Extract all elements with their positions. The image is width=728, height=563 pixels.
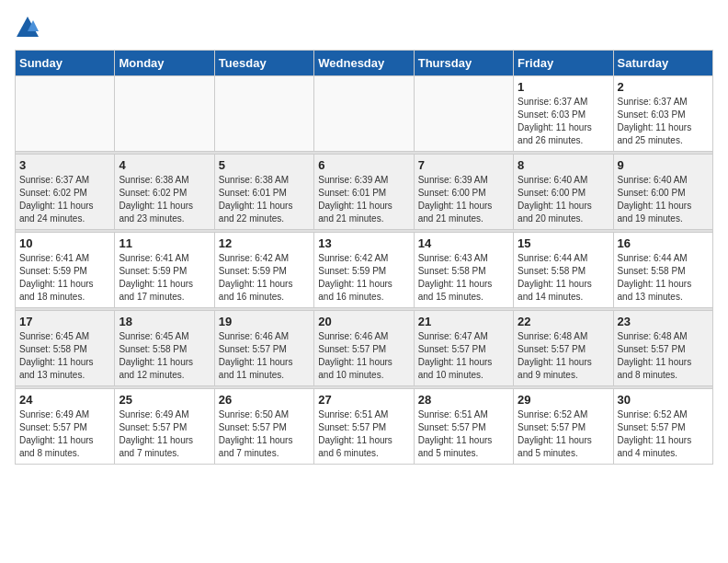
day-info: Sunrise: 6:37 AMSunset: 6:03 PMDaylight:… (618, 96, 709, 147)
day-number: 22 (518, 315, 609, 328)
day-number: 26 (219, 393, 310, 407)
day-number: 29 (518, 393, 609, 407)
weekday-header: Monday (115, 51, 214, 76)
calendar-day-cell: 10Sunrise: 6:41 AMSunset: 5:59 PMDayligh… (16, 233, 115, 308)
calendar-day-cell: 17Sunrise: 6:45 AMSunset: 5:58 PMDayligh… (16, 311, 115, 386)
calendar-week-row: 3Sunrise: 6:37 AMSunset: 6:02 PMDaylight… (16, 155, 713, 230)
calendar-day-cell: 21Sunrise: 6:47 AMSunset: 5:57 PMDayligh… (414, 311, 513, 386)
calendar-day-cell: 16Sunrise: 6:44 AMSunset: 5:58 PMDayligh… (613, 233, 712, 308)
day-number: 3 (19, 158, 110, 172)
day-number: 23 (618, 315, 709, 328)
day-info: Sunrise: 6:48 AMSunset: 5:57 PMDaylight:… (518, 330, 609, 382)
calendar-day-cell (214, 76, 313, 152)
calendar-day-cell: 14Sunrise: 6:43 AMSunset: 5:58 PMDayligh… (414, 233, 513, 308)
calendar-day-cell (414, 76, 513, 152)
day-number: 17 (19, 315, 110, 328)
day-info: Sunrise: 6:50 AMSunset: 5:57 PMDaylight:… (219, 408, 310, 460)
calendar-day-cell: 30Sunrise: 6:52 AMSunset: 5:57 PMDayligh… (613, 389, 712, 465)
calendar-day-cell: 7Sunrise: 6:39 AMSunset: 6:00 PMDaylight… (414, 155, 513, 230)
day-info: Sunrise: 6:39 AMSunset: 6:00 PMDaylight:… (418, 174, 509, 225)
calendar-day-cell: 22Sunrise: 6:48 AMSunset: 5:57 PMDayligh… (514, 311, 613, 386)
day-info: Sunrise: 6:41 AMSunset: 5:59 PMDaylight:… (119, 252, 210, 304)
day-number: 2 (618, 80, 709, 94)
day-number: 21 (418, 315, 509, 328)
calendar-day-cell: 11Sunrise: 6:41 AMSunset: 5:59 PMDayligh… (115, 233, 214, 308)
day-info: Sunrise: 6:45 AMSunset: 5:58 PMDaylight:… (119, 330, 210, 382)
day-info: Sunrise: 6:52 AMSunset: 5:57 PMDaylight:… (618, 408, 709, 460)
calendar-day-cell: 26Sunrise: 6:50 AMSunset: 5:57 PMDayligh… (214, 389, 313, 465)
day-info: Sunrise: 6:44 AMSunset: 5:58 PMDaylight:… (618, 252, 709, 304)
day-number: 5 (219, 158, 310, 172)
calendar-day-cell: 1Sunrise: 6:37 AMSunset: 6:03 PMDaylight… (514, 76, 613, 152)
calendar-day-cell: 5Sunrise: 6:38 AMSunset: 6:01 PMDaylight… (214, 155, 313, 230)
calendar-day-cell: 24Sunrise: 6:49 AMSunset: 5:57 PMDayligh… (16, 389, 115, 465)
calendar-day-cell: 25Sunrise: 6:49 AMSunset: 5:57 PMDayligh… (115, 389, 214, 465)
day-info: Sunrise: 6:37 AMSunset: 6:03 PMDaylight:… (518, 96, 609, 147)
weekday-header: Wednesday (314, 51, 414, 76)
day-info: Sunrise: 6:38 AMSunset: 6:01 PMDaylight:… (219, 174, 310, 225)
day-number: 19 (219, 315, 310, 328)
calendar-day-cell: 2Sunrise: 6:37 AMSunset: 6:03 PMDaylight… (613, 76, 712, 152)
day-number: 20 (318, 315, 409, 328)
day-number: 8 (518, 158, 609, 172)
weekday-header: Thursday (414, 51, 513, 76)
calendar-day-cell: 15Sunrise: 6:44 AMSunset: 5:58 PMDayligh… (514, 233, 613, 308)
day-info: Sunrise: 6:39 AMSunset: 6:01 PMDaylight:… (318, 174, 409, 225)
day-info: Sunrise: 6:46 AMSunset: 5:57 PMDaylight:… (318, 330, 409, 382)
day-info: Sunrise: 6:51 AMSunset: 5:57 PMDaylight:… (318, 408, 409, 460)
day-info: Sunrise: 6:48 AMSunset: 5:57 PMDaylight:… (618, 330, 709, 382)
day-info: Sunrise: 6:47 AMSunset: 5:57 PMDaylight:… (418, 330, 509, 382)
day-info: Sunrise: 6:49 AMSunset: 5:57 PMDaylight:… (19, 408, 110, 460)
day-info: Sunrise: 6:40 AMSunset: 6:00 PMDaylight:… (618, 174, 709, 225)
day-info: Sunrise: 6:41 AMSunset: 5:59 PMDaylight:… (19, 252, 110, 304)
weekday-header: Sunday (16, 51, 115, 76)
calendar-day-cell: 13Sunrise: 6:42 AMSunset: 5:59 PMDayligh… (314, 233, 414, 308)
day-info: Sunrise: 6:43 AMSunset: 5:58 PMDaylight:… (418, 252, 509, 304)
calendar-day-cell: 4Sunrise: 6:38 AMSunset: 6:02 PMDaylight… (115, 155, 214, 230)
calendar-header-row: SundayMondayTuesdayWednesdayThursdayFrid… (16, 51, 713, 76)
day-info: Sunrise: 6:44 AMSunset: 5:58 PMDaylight:… (518, 252, 609, 304)
calendar: SundayMondayTuesdayWednesdayThursdayFrid… (15, 50, 713, 465)
calendar-day-cell: 18Sunrise: 6:45 AMSunset: 5:58 PMDayligh… (115, 311, 214, 386)
page-header (15, 15, 713, 40)
day-info: Sunrise: 6:42 AMSunset: 5:59 PMDaylight:… (219, 252, 310, 304)
day-number: 10 (19, 236, 110, 250)
day-number: 27 (318, 393, 409, 407)
calendar-day-cell: 12Sunrise: 6:42 AMSunset: 5:59 PMDayligh… (214, 233, 313, 308)
calendar-week-row: 17Sunrise: 6:45 AMSunset: 5:58 PMDayligh… (16, 311, 713, 386)
day-number: 24 (19, 393, 110, 407)
day-number: 4 (119, 158, 210, 172)
day-number: 11 (119, 236, 210, 250)
day-number: 6 (318, 158, 409, 172)
calendar-week-row: 24Sunrise: 6:49 AMSunset: 5:57 PMDayligh… (16, 389, 713, 465)
weekday-header: Friday (514, 51, 613, 76)
calendar-day-cell: 29Sunrise: 6:52 AMSunset: 5:57 PMDayligh… (514, 389, 613, 465)
calendar-day-cell: 28Sunrise: 6:51 AMSunset: 5:57 PMDayligh… (414, 389, 513, 465)
day-info: Sunrise: 6:49 AMSunset: 5:57 PMDaylight:… (119, 408, 210, 460)
day-info: Sunrise: 6:42 AMSunset: 5:59 PMDaylight:… (318, 252, 409, 304)
day-number: 30 (618, 393, 709, 407)
day-info: Sunrise: 6:46 AMSunset: 5:57 PMDaylight:… (219, 330, 310, 382)
day-number: 15 (518, 236, 609, 250)
day-number: 7 (418, 158, 509, 172)
day-number: 1 (518, 80, 609, 94)
calendar-day-cell: 20Sunrise: 6:46 AMSunset: 5:57 PMDayligh… (314, 311, 414, 386)
calendar-week-row: 1Sunrise: 6:37 AMSunset: 6:03 PMDaylight… (16, 76, 713, 152)
day-number: 28 (418, 393, 509, 407)
day-number: 25 (119, 393, 210, 407)
day-number: 16 (618, 236, 709, 250)
logo (15, 15, 44, 40)
weekday-header: Tuesday (214, 51, 313, 76)
logo-icon (15, 15, 40, 40)
calendar-day-cell: 9Sunrise: 6:40 AMSunset: 6:00 PMDaylight… (613, 155, 712, 230)
calendar-day-cell: 3Sunrise: 6:37 AMSunset: 6:02 PMDaylight… (16, 155, 115, 230)
day-info: Sunrise: 6:38 AMSunset: 6:02 PMDaylight:… (119, 174, 210, 225)
day-info: Sunrise: 6:52 AMSunset: 5:57 PMDaylight:… (518, 408, 609, 460)
calendar-day-cell: 8Sunrise: 6:40 AMSunset: 6:00 PMDaylight… (514, 155, 613, 230)
calendar-day-cell: 6Sunrise: 6:39 AMSunset: 6:01 PMDaylight… (314, 155, 414, 230)
weekday-header: Saturday (613, 51, 712, 76)
calendar-day-cell (115, 76, 214, 152)
calendar-day-cell (314, 76, 414, 152)
calendar-day-cell: 27Sunrise: 6:51 AMSunset: 5:57 PMDayligh… (314, 389, 414, 465)
day-number: 12 (219, 236, 310, 250)
